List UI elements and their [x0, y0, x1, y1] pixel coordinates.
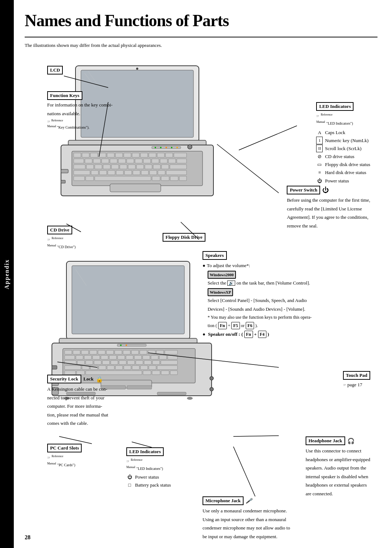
svg-rect-61 — [170, 176, 178, 181]
led-indicators-top-label: LED Indicators — [316, 102, 354, 111]
svg-rect-58 — [95, 176, 151, 181]
svg-rect-21 — [85, 159, 92, 163]
svg-rect-131 — [132, 366, 139, 370]
svg-rect-123 — [161, 360, 177, 364]
headphone-jack-label: Headphone Jack — [306, 436, 345, 445]
svg-rect-115 — [94, 360, 101, 364]
svg-rect-48 — [108, 170, 115, 175]
headphone-description: Use this connector to connect headphones… — [306, 447, 370, 497]
svg-rect-136 — [77, 371, 85, 375]
svg-line-159 — [59, 436, 92, 444]
svg-rect-119 — [127, 360, 135, 364]
svg-line-161 — [233, 436, 279, 436]
svg-point-151 — [210, 376, 213, 380]
svg-rect-140 — [161, 371, 169, 375]
svg-rect-97 — [156, 350, 164, 354]
svg-rect-17 — [157, 153, 164, 157]
power-icon: ⏻ — [322, 186, 329, 194]
diagram-area: LCD Function Keys For information on the… — [25, 55, 377, 491]
svg-rect-88 — [81, 350, 89, 354]
svg-rect-31 — [168, 159, 176, 163]
sidebar: Appendix — [0, 0, 14, 548]
svg-rect-109 — [151, 355, 158, 359]
led-top-ref: ReferenceManual "LED Indicators") — [316, 112, 370, 126]
cd-drive-container: CD Drive ReferenceManual "CD Drive") — [47, 226, 75, 250]
svg-rect-132 — [140, 366, 148, 370]
sidebar-label: Appendix — [4, 259, 10, 289]
svg-rect-122 — [152, 360, 160, 364]
page-container: Appendix Names and Functions of Parts Th… — [0, 0, 392, 548]
f6-key: F6 — [246, 322, 254, 329]
svg-rect-111 — [168, 355, 177, 359]
svg-rect-28 — [143, 159, 151, 163]
svg-rect-118 — [119, 360, 126, 364]
svg-rect-34 — [86, 165, 94, 169]
mic-jack-container: Microphone Jack 🎤 Use only a monaural co… — [203, 496, 290, 541]
svg-rect-53 — [150, 170, 157, 175]
list-item: ▭Floppy disk drive status — [316, 161, 370, 169]
list-item: ACaps Lock — [316, 129, 370, 137]
touch-pad-ref: page 17 — [343, 381, 370, 388]
lock-icon: 🔒 — [96, 376, 103, 383]
svg-rect-59 — [152, 176, 160, 181]
svg-rect-128 — [107, 366, 114, 370]
mic-icon: 🎤 — [246, 498, 252, 504]
list-item: IIScroll lock (ScrLk) — [316, 145, 370, 153]
pc-card-ref: ReferenceManual "PC Cards") — [47, 454, 82, 468]
svg-rect-102 — [93, 355, 100, 359]
cd-drive-label: CD Drive — [47, 226, 72, 234]
svg-rect-25 — [118, 159, 126, 163]
svg-rect-51 — [133, 170, 140, 175]
svg-rect-106 — [126, 355, 133, 359]
svg-rect-104 — [109, 355, 117, 359]
svg-point-69 — [171, 147, 172, 148]
cd-drive-ref: ReferenceManual "CD Drive") — [47, 236, 75, 250]
svg-rect-54 — [158, 170, 165, 175]
svg-rect-71 — [61, 169, 68, 173]
list-item: ⊘CD drive status — [316, 153, 370, 161]
svg-rect-117 — [111, 360, 118, 364]
svg-rect-23 — [102, 159, 109, 163]
svg-rect-91 — [106, 350, 114, 354]
svg-rect-32 — [177, 159, 187, 163]
svg-rect-36 — [103, 165, 110, 169]
function-keys-container: Function Keys For information on the key… — [47, 91, 113, 132]
pc-card-container: PC Card Slots ReferenceManual "PC Cards"… — [47, 444, 82, 468]
svg-rect-89 — [90, 350, 97, 354]
svg-rect-137 — [86, 371, 142, 375]
svg-rect-63 — [110, 184, 161, 192]
led-bottom-ref: ReferenceManual "LED Indicators") — [126, 458, 171, 472]
svg-rect-108 — [143, 355, 150, 359]
svg-rect-72 — [61, 180, 65, 183]
svg-rect-39 — [128, 165, 135, 169]
svg-rect-52 — [141, 170, 148, 175]
svg-rect-56 — [74, 176, 85, 181]
svg-rect-120 — [136, 360, 143, 364]
svg-rect-22 — [93, 159, 101, 163]
svg-rect-125 — [82, 366, 89, 370]
svg-rect-60 — [161, 176, 169, 181]
ref-arrow-cd — [47, 237, 50, 242]
svg-line-160 — [132, 442, 152, 447]
svg-rect-29 — [152, 159, 159, 163]
svg-line-162 — [233, 447, 255, 496]
svg-point-70 — [176, 147, 178, 148]
svg-rect-15 — [140, 153, 148, 157]
svg-rect-113 — [77, 360, 85, 364]
svg-rect-87 — [73, 350, 80, 354]
svg-point-156 — [187, 397, 193, 400]
svg-rect-138 — [143, 371, 151, 375]
mic-jack-label: Microphone Jack — [203, 496, 244, 505]
ref-arrow-pc — [47, 455, 50, 460]
ref-arrow-led-bot — [126, 458, 130, 464]
power-switch-description: Before using the computer for the first … — [287, 197, 370, 229]
touch-pad-label: Touch Pad — [343, 371, 370, 380]
security-lock-description: A Kensington cable can be con- nected to… — [47, 386, 108, 427]
svg-rect-107 — [134, 355, 142, 359]
svg-rect-135 — [65, 371, 75, 375]
svg-rect-96 — [148, 350, 155, 354]
svg-rect-62 — [179, 176, 187, 181]
svg-rect-124 — [65, 366, 81, 370]
headphone-jack-container: Headphone Jack 🎧 Use this connector to c… — [306, 436, 370, 499]
svg-rect-139 — [152, 371, 160, 375]
